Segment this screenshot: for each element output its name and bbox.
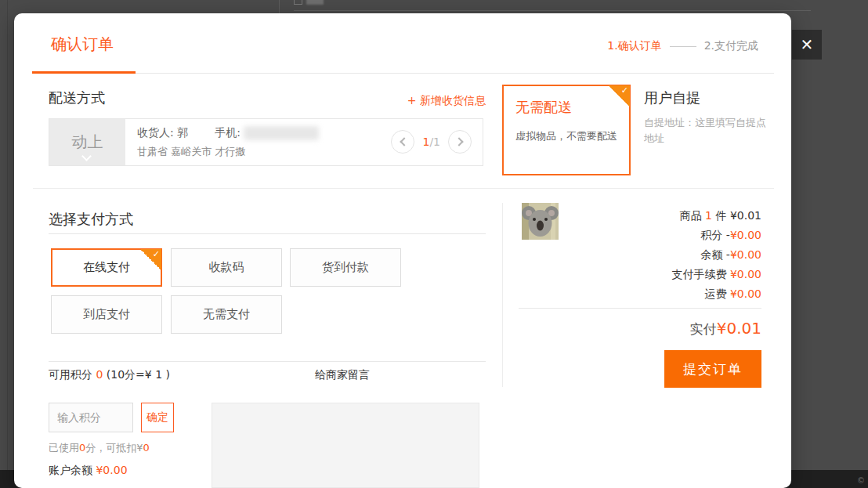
submit-order-button[interactable]: 提交订单 [664, 350, 761, 388]
section-divider [33, 188, 774, 189]
screen: © ✕ 确认订单 1.确认订单 2.支付完成 配送方式 + 新增收货信息 动上 … [0, 0, 868, 488]
step-connector [670, 46, 696, 47]
address-tag[interactable]: 动上 [49, 119, 125, 165]
points-used-summary: 已使用0分，可抵扣¥0 [49, 441, 150, 455]
pay-option-label: 收款码 [209, 260, 244, 275]
points-label: 可用积分 [49, 368, 96, 381]
pay-option-nopay[interactable]: 无需支付 [171, 295, 282, 334]
pay-option-qrcode[interactable]: 收款码 [171, 248, 282, 287]
pager-total: /1 [429, 136, 440, 148]
delivery-option-pickup[interactable]: 用户自提 [644, 89, 700, 107]
check-icon: ✓ [153, 249, 160, 259]
background-divider [279, 0, 280, 13]
address-card[interactable]: 动上 收货人: 郭 手机: 甘肃省 嘉峪关市 才行撒 1/1 [49, 118, 483, 166]
pay-option-instore[interactable]: 到店支付 [51, 295, 162, 334]
check-icon: ✓ [621, 85, 628, 96]
row-label: 余额 - [700, 248, 730, 261]
row-label: 运费 [704, 287, 729, 300]
selected-corner-badge: ✓ [140, 249, 161, 270]
background-checkbox-icon [294, 0, 302, 5]
pickup-address-hint: 自提地址：这里填写自提点地址 [644, 115, 768, 146]
header-divider [33, 73, 774, 74]
summary-divider [519, 308, 761, 309]
used-value2: 0 [143, 442, 150, 454]
pay-option-label: 在线支付 [83, 260, 130, 275]
summary-row-balance: 余额 -¥0.00 [526, 245, 761, 265]
phone-label: 手机: [215, 126, 241, 140]
payment-section-title: 选择支付方式 [49, 210, 133, 229]
account-balance: 账户余额 ¥0.00 [49, 464, 128, 478]
receiver-name: 收货人: 郭 [137, 126, 188, 140]
pay-option-cod[interactable]: 货到付款 [290, 248, 401, 287]
points-input[interactable] [49, 403, 133, 432]
summary-row-fee: 支付手续费 ¥0.00 [526, 265, 761, 284]
confirm-points-label: 确定 [146, 410, 168, 425]
balance-label: 账户余额 [49, 464, 96, 476]
pay-option-label: 无需支付 [203, 307, 250, 322]
checkout-steps: 1.确认订单 2.支付完成 [607, 39, 758, 53]
selected-corner-badge: ✓ [609, 85, 630, 107]
step-payment-done: 2.支付完成 [704, 39, 758, 53]
address-pager: 1/1 [391, 130, 472, 154]
add-address-link[interactable]: + 新增收货信息 [407, 94, 486, 108]
chevron-left-icon [400, 137, 408, 146]
row-value: ¥0.00 [730, 229, 761, 241]
submit-order-label: 提交订单 [683, 360, 743, 378]
chevron-right-icon [454, 137, 463, 146]
row-label: 积分 - [700, 229, 730, 241]
goods-label: 商品 [680, 209, 705, 222]
merchant-message-textarea[interactable] [212, 403, 479, 488]
pay-option-online[interactable]: 在线支付 ✓ [51, 248, 162, 287]
used-mid: 分，可抵扣¥ [85, 442, 143, 454]
next-address-button[interactable] [448, 130, 472, 154]
order-confirm-modal: 确认订单 1.确认订单 2.支付完成 配送方式 + 新增收货信息 动上 收货人:… [14, 13, 791, 488]
used-prefix: 已使用 [49, 442, 79, 454]
active-tab-underline [32, 71, 136, 74]
shipping-section-title: 配送方式 [49, 89, 105, 107]
total-label: 实付 [690, 321, 717, 337]
prev-address-button[interactable] [391, 130, 414, 154]
total-payable: 实付¥0.01 [690, 319, 761, 338]
goods-unit: 件 [712, 209, 730, 222]
merchant-message-label: 给商家留言 [315, 368, 370, 382]
background-text-remnant [306, 0, 324, 5]
address-info: 收货人: 郭 手机: 甘肃省 嘉峪关市 才行撒 1/1 [125, 119, 483, 165]
address-tag-label: 动上 [72, 132, 103, 153]
balance-value: ¥0.00 [96, 464, 127, 476]
row-value: ¥0.00 [730, 268, 761, 280]
close-icon: ✕ [801, 35, 814, 54]
points-rate: (10分=¥ 1 ) [103, 368, 170, 381]
pager-indicator: 1/1 [422, 136, 440, 148]
summary-goods-row: 商品 1 件 ¥0.01 [526, 206, 761, 226]
row-value: ¥0.00 [730, 248, 761, 261]
pay-option-label: 到店支付 [83, 307, 130, 322]
page-title: 确认订单 [51, 34, 114, 55]
order-summary: 商品 1 件 ¥0.01 积分 -¥0.00 余额 -¥0.00 支付手续费 ¥… [526, 206, 761, 304]
available-points: 可用积分 0 (10分=¥ 1 ) [49, 368, 170, 382]
summary-row-shipping: 运费 ¥0.00 [526, 284, 761, 304]
delivery-option-desc: 虚拟物品，不需要配送 [515, 129, 629, 143]
chevron-down-icon [81, 151, 92, 161]
phone-number-redacted [244, 126, 319, 140]
close-button[interactable]: ✕ [792, 30, 822, 60]
goods-qty: 1 [705, 209, 712, 222]
copyright-glyph: © [857, 476, 865, 485]
row-value: ¥0.00 [730, 287, 761, 300]
total-value: ¥0.01 [717, 319, 761, 338]
delivery-option-no-shipping[interactable]: 无需配送 虚拟物品，不需要配送 ✓ [502, 85, 631, 175]
row-label: 支付手续费 [671, 268, 729, 280]
payment-title-underline [49, 233, 486, 234]
goods-price: ¥0.01 [730, 209, 761, 222]
background-divider [7, 0, 8, 470]
section-divider [49, 361, 486, 362]
column-divider [502, 203, 503, 387]
background-rule [294, 10, 811, 11]
confirm-points-button[interactable]: 确定 [141, 403, 174, 432]
step-confirm-order: 1.确认订单 [607, 39, 661, 53]
summary-row-points: 积分 -¥0.00 [526, 226, 761, 245]
pay-option-label: 货到付款 [322, 260, 369, 275]
